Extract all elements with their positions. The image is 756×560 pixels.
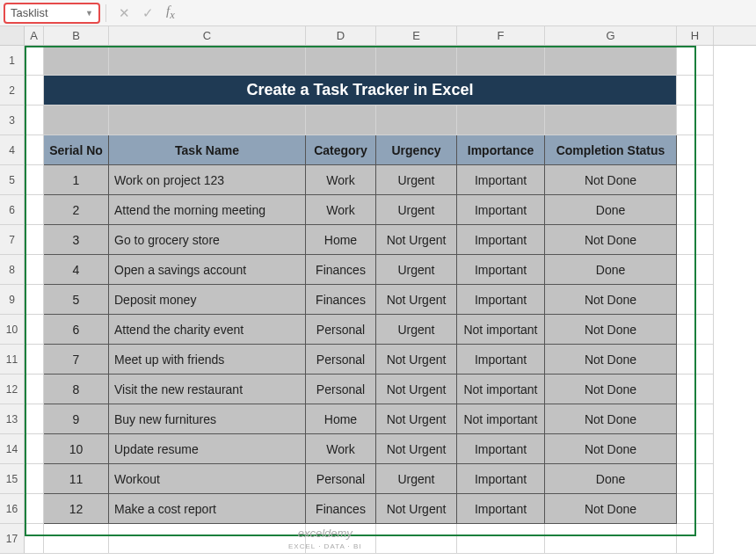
cell[interactable] xyxy=(376,105,457,135)
cell[interactable] xyxy=(457,524,545,554)
cell[interactable]: Workout xyxy=(109,464,306,494)
cell[interactable]: Important xyxy=(457,225,545,255)
header-completion-status[interactable]: Completion Status xyxy=(545,135,677,165)
col-header-F[interactable]: F xyxy=(457,26,545,45)
cell[interactable]: Done xyxy=(545,195,677,225)
cell[interactable]: Finances xyxy=(306,285,376,315)
row-header-17[interactable]: 17 xyxy=(0,524,25,554)
cell[interactable]: Home xyxy=(306,225,376,255)
cell[interactable]: 2 xyxy=(44,195,109,225)
cell[interactable]: Update resume xyxy=(109,434,306,464)
cell[interactable]: Important xyxy=(457,434,545,464)
cell[interactable]: Work xyxy=(306,195,376,225)
cell[interactable] xyxy=(25,434,44,464)
cell[interactable]: Not Urgent xyxy=(376,345,457,375)
cell[interactable] xyxy=(25,165,44,195)
header-task-name[interactable]: Task Name xyxy=(109,135,306,165)
row-header-8[interactable]: 8 xyxy=(0,255,25,285)
header-importance[interactable]: Importance xyxy=(457,135,545,165)
fx-icon[interactable]: fx xyxy=(166,4,175,22)
cell[interactable]: Important xyxy=(457,285,545,315)
header-urgency[interactable]: Urgency xyxy=(376,135,457,165)
cell[interactable] xyxy=(25,404,44,434)
cell[interactable]: Visit the new restaurant xyxy=(109,375,306,404)
cell[interactable] xyxy=(677,404,714,434)
row-header-6[interactable]: 6 xyxy=(0,195,25,225)
cell[interactable] xyxy=(25,195,44,225)
cell[interactable] xyxy=(677,135,714,165)
cell[interactable] xyxy=(25,375,44,404)
cell[interactable] xyxy=(25,255,44,285)
cell[interactable] xyxy=(677,255,714,285)
cell[interactable] xyxy=(677,434,714,464)
cell[interactable] xyxy=(677,524,714,554)
cell[interactable]: 6 xyxy=(44,315,109,345)
cell[interactable] xyxy=(677,375,714,404)
row-header-9[interactable]: 9 xyxy=(0,285,25,315)
header-category[interactable]: Category xyxy=(306,135,376,165)
col-header-C[interactable]: C xyxy=(109,26,306,45)
cell[interactable]: Work xyxy=(306,165,376,195)
cell[interactable] xyxy=(25,345,44,375)
row-header-5[interactable]: 5 xyxy=(0,165,25,195)
cell[interactable] xyxy=(677,46,714,76)
col-header-B[interactable]: B xyxy=(44,26,109,45)
cell[interactable]: Important xyxy=(457,195,545,225)
cell[interactable]: Deposit money xyxy=(109,285,306,315)
cell[interactable]: Important xyxy=(457,165,545,195)
cell[interactable] xyxy=(25,46,44,76)
cell[interactable] xyxy=(44,105,109,135)
cell-grid[interactable]: exceldemy EXCEL · DATA · BI Create a Tas… xyxy=(25,46,756,554)
cell[interactable]: Not Urgent xyxy=(376,404,457,434)
cell[interactable]: Urgent xyxy=(376,464,457,494)
cell[interactable]: 10 xyxy=(44,434,109,464)
cell[interactable] xyxy=(44,46,109,76)
cell[interactable] xyxy=(545,524,677,554)
cell[interactable]: Go to grocery store xyxy=(109,225,306,255)
cell[interactable]: Not Urgent xyxy=(376,285,457,315)
cell[interactable]: Not Urgent xyxy=(376,225,457,255)
cell[interactable] xyxy=(545,46,677,76)
col-header-D[interactable]: D xyxy=(306,26,376,45)
row-header-14[interactable]: 14 xyxy=(0,434,25,464)
row-header-13[interactable]: 13 xyxy=(0,404,25,434)
cell[interactable]: Not Done xyxy=(545,315,677,345)
cell[interactable] xyxy=(109,105,306,135)
cell[interactable]: Not important xyxy=(457,315,545,345)
row-header-16[interactable]: 16 xyxy=(0,494,25,524)
cell[interactable] xyxy=(677,195,714,225)
cell[interactable]: 8 xyxy=(44,375,109,404)
cell[interactable]: Not Done xyxy=(545,285,677,315)
cell[interactable] xyxy=(25,225,44,255)
name-box[interactable]: Tasklist ▼ xyxy=(4,3,100,24)
cell[interactable]: Home xyxy=(306,404,376,434)
row-header-11[interactable]: 11 xyxy=(0,345,25,375)
cell[interactable]: Not Urgent xyxy=(376,434,457,464)
cell[interactable]: Not Done xyxy=(545,345,677,375)
cell[interactable]: Urgent xyxy=(376,255,457,285)
cell[interactable]: Done xyxy=(545,464,677,494)
cell[interactable] xyxy=(677,494,714,524)
cell[interactable]: Attend the morning meeting xyxy=(109,195,306,225)
cell[interactable]: Not Urgent xyxy=(376,375,457,404)
cell[interactable] xyxy=(25,76,44,105)
header-serial-no[interactable]: Serial No xyxy=(44,135,109,165)
cell[interactable] xyxy=(677,76,714,105)
cell[interactable]: Work xyxy=(306,434,376,464)
cell[interactable]: Finances xyxy=(306,494,376,524)
cell[interactable] xyxy=(25,105,44,135)
cell[interactable]: Attend the charity event xyxy=(109,315,306,345)
cell[interactable]: 5 xyxy=(44,285,109,315)
cell[interactable] xyxy=(457,105,545,135)
cell[interactable] xyxy=(376,524,457,554)
cell[interactable]: 3 xyxy=(44,225,109,255)
cell[interactable] xyxy=(677,464,714,494)
cell[interactable] xyxy=(376,46,457,76)
cell[interactable]: Make a cost report xyxy=(109,494,306,524)
title-cell[interactable]: Create a Task Tracker in Excel xyxy=(44,76,677,105)
cell[interactable] xyxy=(109,46,306,76)
cell[interactable]: Not Done xyxy=(545,165,677,195)
cell[interactable]: Done xyxy=(545,255,677,285)
cell[interactable]: Urgent xyxy=(376,195,457,225)
cell[interactable]: 7 xyxy=(44,345,109,375)
